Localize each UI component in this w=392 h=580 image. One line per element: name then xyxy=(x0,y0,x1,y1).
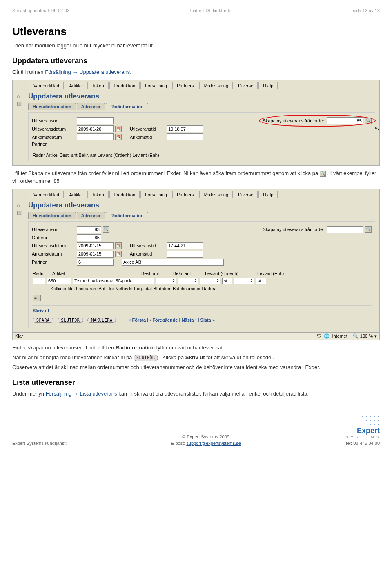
cell-levord[interactable]: 2 xyxy=(200,278,220,284)
menu-item[interactable]: Försäljning xyxy=(140,82,172,89)
col: Lev.ant (Ordenh) xyxy=(205,271,250,276)
input-ordernr[interactable]: 85 xyxy=(77,234,101,241)
input-utlevtid[interactable]: 17:44:21 xyxy=(167,242,203,249)
app-menu-bar: Varucertifikat Artiklar Inköp Produktion… xyxy=(13,189,379,198)
tab-adresser[interactable]: Adresser xyxy=(77,103,105,110)
screenshot-1: Varucertifikat Artiklar Inköp Produktion… xyxy=(12,80,380,166)
period: . xyxy=(130,69,131,75)
col: Bekr. ant xyxy=(173,271,198,276)
calendar-icon[interactable]: 📅 xyxy=(115,134,122,140)
pager[interactable]: « Första | ‹ Föregående | Nästa › | Sist… xyxy=(128,318,215,322)
email-label: E-post: xyxy=(171,441,186,446)
footer-center: © Expert Systems 2009 E-post: support@ex… xyxy=(67,434,345,446)
input-skapa-order[interactable] xyxy=(327,226,363,233)
doc-title: Exder EDI direktorder xyxy=(189,8,233,13)
zoom-icon[interactable]: 🔍 xyxy=(353,333,359,339)
barcode-icon[interactable]: ▥ xyxy=(17,209,26,216)
spara-button[interactable]: SPARA xyxy=(33,318,53,323)
copyright: © Expert Systems 2009 xyxy=(67,434,345,439)
route-link: Försäljning → Lista utleverans xyxy=(46,391,117,397)
side-icons: ⌂ ▥ xyxy=(17,93,26,108)
cell-desc[interactable]: Te med hallonsmak, 50-pack xyxy=(73,278,154,284)
menu-item[interactable]: Produktion xyxy=(109,82,140,89)
zoom-dropdown-icon[interactable]: ▾ xyxy=(374,333,377,339)
status-internet: Internet xyxy=(332,333,347,338)
menu-item[interactable]: Redovisning xyxy=(199,82,233,89)
menu-item[interactable]: Partners xyxy=(172,191,198,198)
add-row-icon[interactable]: ≡+ xyxy=(33,295,41,301)
calendar-icon[interactable]: 📅 xyxy=(115,242,122,249)
lbl-utlevtid: Utleveranstid xyxy=(130,243,167,248)
txt: Gå till rutinen xyxy=(12,69,45,75)
input-utlevdatum[interactable]: 2009-01-15 xyxy=(77,242,114,249)
input-utlevtid[interactable]: 10:18:07 xyxy=(167,125,203,132)
menu-item[interactable]: Partners xyxy=(172,82,198,89)
input-ankdatum[interactable]: 2009-01-15 xyxy=(77,251,114,258)
home-icon[interactable]: ⌂ xyxy=(17,202,26,208)
lbl-partner: Partner xyxy=(32,142,77,147)
tab-radinfo[interactable]: Radinformation xyxy=(106,103,148,110)
after-p2: När ni är ni är nöjda med utleveransen k… xyxy=(12,354,380,361)
input-utleveransnr[interactable]: 83 xyxy=(77,226,101,233)
home-icon[interactable]: ⌂ xyxy=(17,93,26,99)
calendar-icon[interactable]: 📅 xyxy=(115,126,122,132)
txt: När ni är ni är nöjda med utleveransen k… xyxy=(12,354,134,360)
lbl-skapa: Skapa ny utleverans från order xyxy=(263,227,324,232)
tab-adresser[interactable]: Adresser xyxy=(77,212,105,219)
cell-artikel[interactable]: 650 xyxy=(47,278,71,284)
lbl-partner: Partner xyxy=(32,260,77,264)
menu-item[interactable]: Artiklar xyxy=(65,82,87,89)
menu-item[interactable]: Artiklar xyxy=(65,191,87,198)
menu-item[interactable]: Hjälp xyxy=(258,82,278,89)
slutfor-button[interactable]: SLUTFÖR xyxy=(58,318,84,323)
skriv-ut-link[interactable]: Skriv ut xyxy=(32,305,372,316)
logo-subtext: S Y S T E M S xyxy=(345,435,380,439)
menu-item[interactable]: Redovisning xyxy=(199,191,233,198)
lbl-utlevtid: Utleveranstid xyxy=(130,127,167,131)
lbl-ordernr: Ordernr xyxy=(32,235,77,240)
menu-item[interactable]: Diverse xyxy=(234,191,258,198)
menu-item[interactable]: Inköp xyxy=(89,82,109,89)
email-link[interactable]: support@expertsystems.se xyxy=(186,441,241,446)
search-icon: 🔍 xyxy=(320,171,326,177)
h1-utleverans: Utleverans xyxy=(12,25,380,38)
col: Lev.ant (Enh) xyxy=(257,271,294,276)
screenshot-2: Varucertifikat Artiklar Inköp Produktion… xyxy=(12,189,380,340)
input-anktid[interactable] xyxy=(167,133,203,140)
cell-levenh[interactable]: 2 xyxy=(234,278,254,284)
menu-item[interactable]: Diverse xyxy=(234,82,258,89)
input-anktid[interactable] xyxy=(167,251,203,258)
calendar-icon[interactable]: 📅 xyxy=(115,251,122,257)
cell-unit: st xyxy=(222,278,232,284)
app-title: Uppdatera utleverans xyxy=(28,201,375,209)
cell-best[interactable]: 2 xyxy=(156,278,176,284)
input-skapa-order[interactable]: 85 xyxy=(327,117,363,124)
search-icon[interactable]: 🔍 xyxy=(103,226,109,233)
tab-huvud[interactable]: Huvudinformation xyxy=(28,103,76,110)
logo-text: Expert xyxy=(357,427,380,435)
cell-radnr[interactable]: 1 xyxy=(33,278,45,284)
menu-item[interactable]: Produktion xyxy=(109,191,140,198)
tab-radinfo[interactable]: Radinformation xyxy=(106,212,148,219)
input-partner-id[interactable]: 6 xyxy=(77,259,114,266)
search-icon[interactable]: 🔍 xyxy=(365,226,372,233)
side-icons: ⌂ ▥ xyxy=(17,202,26,217)
search-icon[interactable]: 🔍 xyxy=(365,118,372,124)
table-header-2: Radnr Artikel Best. ant Bekr. ant Lev.an… xyxy=(32,269,372,277)
input-ankdatum[interactable] xyxy=(77,133,114,140)
h2-uppdatera: Uppdatera utleverans xyxy=(12,57,380,65)
txt: Under menyn xyxy=(12,391,46,397)
input-utlevdatum[interactable]: 2009-01-20 xyxy=(77,125,114,132)
tab-huvud[interactable]: Huvudinformation xyxy=(28,212,76,219)
makulera-button[interactable]: MAKULERA xyxy=(87,318,116,323)
menu-item[interactable]: Försäljning xyxy=(140,191,172,198)
barcode-icon[interactable]: ▥ xyxy=(17,100,26,107)
input-utleveransnr[interactable] xyxy=(77,117,114,124)
menu-item[interactable]: Varucertifikat xyxy=(29,82,64,89)
menu-item[interactable]: Inköp xyxy=(89,191,109,198)
menu-item[interactable]: Hjälp xyxy=(258,191,278,198)
cell-bekr[interactable]: 2 xyxy=(178,278,198,284)
menu-item[interactable]: Varucertifikat xyxy=(29,191,64,198)
input-partner-name[interactable]: Axico AB xyxy=(122,259,224,266)
lbl-anktid: Ankomsttid xyxy=(130,135,167,140)
